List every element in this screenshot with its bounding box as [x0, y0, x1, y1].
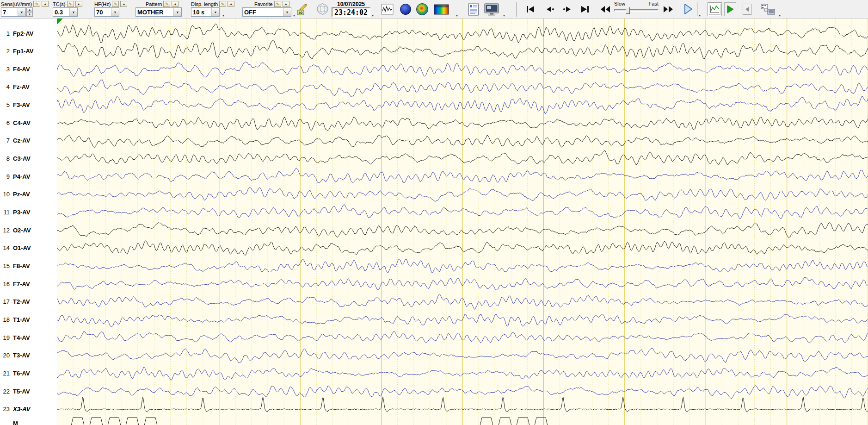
channel-row[interactable]: 15F8-AV: [0, 262, 30, 270]
disp-length-value: 10 s: [191, 8, 211, 16]
brain-map-blue-button[interactable]: [399, 2, 412, 16]
channel-row[interactable]: 6C4-AV: [0, 119, 31, 126]
favorite-combobox[interactable]: OFF ▼: [242, 7, 291, 17]
up-arrow-icon[interactable]: ▲: [172, 1, 179, 7]
waveform-icon: [381, 4, 394, 15]
channel-row[interactable]: 9P4-AV: [0, 173, 30, 180]
pencil-icon[interactable]: ✎: [67, 1, 74, 7]
channel-row[interactable]: 21T6-AV: [0, 370, 30, 377]
channel-row[interactable]: 8C3-AV: [0, 155, 31, 162]
network-devices-button[interactable]: [759, 2, 776, 17]
channel-labels: 1Fp2-AV2Fp1-AV3F4-AV4Fz-AV5F3-AV6C4-AV7C…: [0, 19, 57, 425]
channel-row[interactable]: 10Pz-AV: [0, 191, 30, 198]
spin-up-icon[interactable]: ▲: [26, 7, 33, 12]
channel-row[interactable]: 18T1-AV: [0, 316, 30, 324]
skip-to-start-button[interactable]: [523, 3, 538, 16]
up-arrow-icon[interactable]: ▲: [120, 1, 127, 7]
report-list-button[interactable]: [467, 2, 480, 16]
chevron-down-icon[interactable]: ▼: [18, 8, 25, 16]
chevron-down-icon[interactable]: ▼: [69, 8, 77, 16]
color-map-icon: [434, 4, 449, 15]
disp-length-combobox[interactable]: 10 s ▼: [191, 7, 220, 17]
green-trend-icon: [709, 4, 720, 15]
up-arrow-icon[interactable]: ▲: [75, 1, 82, 7]
disp-length-label: Disp. length: [191, 1, 218, 7]
chevron-down-icon[interactable]: ▾: [222, 14, 224, 18]
brain-map-color-button[interactable]: [415, 2, 429, 16]
channel-row[interactable]: 12O2-AV: [0, 226, 31, 234]
head-montage-button[interactable]: [315, 2, 329, 16]
trend-view-button[interactable]: [708, 2, 722, 16]
up-arrow-icon[interactable]: ▲: [42, 1, 49, 7]
channel-row[interactable]: 4Fz-AV: [0, 83, 30, 91]
channel-number: 18: [0, 316, 10, 323]
channel-row[interactable]: 17T2-AV: [0, 298, 30, 306]
chevron-down-icon[interactable]: ▾: [699, 14, 701, 18]
play-button[interactable]: [679, 2, 697, 16]
waveform-view-button[interactable]: [380, 2, 394, 16]
spin-down-icon[interactable]: ▼: [26, 12, 33, 17]
channel-name: Fp2-AV: [13, 30, 34, 37]
date-display: 10/07/2025: [337, 1, 365, 7]
channel-name: F8-AV: [13, 262, 30, 269]
channel-row[interactable]: 5F3-AV: [0, 101, 30, 109]
up-arrow-icon[interactable]: ▲: [283, 1, 289, 7]
channel-row[interactable]: 1Fp2-AV: [0, 30, 34, 37]
start-monitoring-button[interactable]: [724, 2, 736, 16]
chevron-down-icon[interactable]: ▼: [283, 8, 291, 16]
skip-to-end-button[interactable]: [577, 3, 593, 16]
channel-name: X3-AV: [13, 406, 30, 412]
collapse-panel-button[interactable]: [743, 4, 751, 15]
sens-spinner[interactable]: ▲ ▼: [26, 7, 33, 17]
step-back-button[interactable]: [542, 3, 558, 16]
channel-row[interactable]: 3F4-AV: [0, 65, 30, 73]
pencil-icon[interactable]: ✎: [274, 1, 281, 7]
eeg-canvas[interactable]: [57, 19, 868, 425]
chevron-down-icon[interactable]: ▾: [372, 14, 374, 18]
display-settings-button[interactable]: [483, 2, 500, 16]
channel-row[interactable]: 16F7-AV: [0, 280, 30, 288]
rewind-button[interactable]: [597, 3, 614, 16]
annotation-pen-tool-button[interactable]: 50: [296, 1, 312, 17]
fast-forward-button[interactable]: [659, 3, 677, 16]
channel-name: Cz-AV: [13, 137, 30, 144]
chevron-down-icon[interactable]: ▾: [503, 14, 505, 18]
speed-slider-track[interactable]: [614, 9, 659, 12]
pencil-icon[interactable]: ✎: [112, 1, 119, 7]
pencil-icon[interactable]: ✎: [163, 1, 170, 7]
channel-row[interactable]: 11P3-AV: [0, 209, 30, 216]
sens-combobox[interactable]: 7 ▼: [1, 7, 26, 17]
chevron-down-icon[interactable]: ▼: [211, 8, 219, 16]
chevron-down-icon[interactable]: ▼: [111, 8, 119, 16]
channel-row[interactable]: 7Cz-AV: [0, 137, 30, 144]
pencil-icon[interactable]: ✎: [219, 1, 226, 7]
chevron-down-icon[interactable]: ▾: [779, 14, 781, 18]
channel-row[interactable]: 22T5-AV: [0, 388, 30, 395]
channel-row[interactable]: 23X3-AV: [0, 406, 30, 413]
pencil-icon[interactable]: ✎: [33, 1, 40, 7]
channel-number: 19: [0, 334, 10, 341]
eeg-workspace: 1Fp2-AV2Fp1-AV3F4-AV4Fz-AV5F3-AV6C4-AV7C…: [0, 19, 868, 425]
chevron-down-icon[interactable]: ▾: [293, 14, 295, 18]
tc-combobox[interactable]: 0.3 ▼: [53, 7, 78, 17]
step-forward-button[interactable]: [560, 3, 575, 16]
monitor-icon: [484, 3, 499, 16]
channel-name: T1-AV: [13, 316, 30, 323]
channel-row[interactable]: M: [0, 419, 18, 425]
chevron-down-icon[interactable]: ▾: [456, 14, 458, 18]
pattern-combobox[interactable]: MOTHER ▼: [135, 7, 182, 17]
channel-number: 21: [0, 370, 10, 377]
channel-row[interactable]: 20T3-AV: [0, 352, 30, 359]
channel-name: M: [13, 420, 18, 425]
channel-row[interactable]: 19T4-AV: [0, 334, 30, 341]
channel-number: 8: [0, 155, 10, 162]
spectrogram-map-button[interactable]: [433, 2, 449, 16]
chevron-down-icon[interactable]: ▼: [173, 8, 181, 16]
up-arrow-icon[interactable]: ▲: [228, 1, 234, 7]
channel-row[interactable]: 14O1-AV: [0, 244, 31, 252]
time-display[interactable]: 23:24:02: [332, 7, 370, 17]
hf-combobox[interactable]: 70 ▼: [94, 7, 119, 17]
speed-slider-thumb[interactable]: [626, 7, 630, 14]
channel-name: O2-AV: [13, 227, 31, 234]
channel-row[interactable]: 2Fp1-AV: [0, 48, 34, 55]
